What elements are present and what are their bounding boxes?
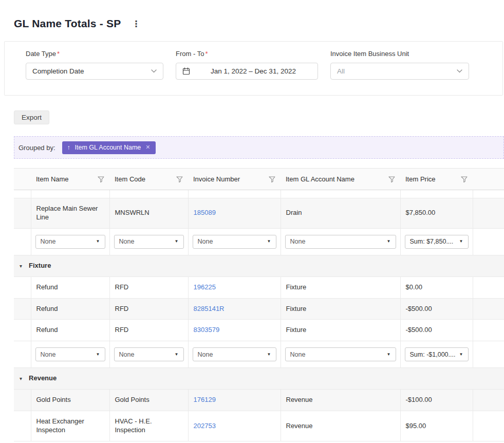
agg-select-item-price-sum[interactable]: Sum: -$1,000....▼ <box>405 347 469 361</box>
table-row: Replace Main Sewer Line MNSWRLN 185089 D… <box>14 198 504 229</box>
column-header-item-name[interactable]: Item Name <box>31 169 109 190</box>
item-name-cell: Replace Main Sewer Line <box>31 198 109 229</box>
gl-account-name-cell: Revenue <box>281 411 400 441</box>
table-row: Heat Exchanger Inspecton HVAC - H.E. Ins… <box>14 411 504 441</box>
invoice-link[interactable]: 196225 <box>194 283 216 291</box>
agg-select-gl-account-name[interactable]: None▼ <box>285 235 396 249</box>
overflow-cell <box>473 228 504 255</box>
date-type-value: Completion Date <box>32 67 84 75</box>
invoice-link[interactable]: 185089 <box>194 209 216 216</box>
overflow-column-header <box>473 169 504 190</box>
select-caret-icon: ▼ <box>267 352 271 357</box>
invoice-link[interactable]: 202753 <box>194 422 216 430</box>
item-code-cell: HVAC - H.E. Inspection <box>109 411 188 441</box>
collapse-caret-icon[interactable]: ▾ <box>20 263 22 269</box>
group-header-row[interactable]: ▾Fixture <box>14 255 504 276</box>
group-name: Revenue <box>29 374 57 382</box>
item-code-cell: MNSWRLN <box>109 198 188 229</box>
date-type-label-text: Date Type <box>26 50 56 58</box>
select-caret-icon: ▼ <box>175 352 179 357</box>
agg-select-gl-account-name[interactable]: None▼ <box>285 347 396 361</box>
chip-close-icon[interactable]: ✕ <box>145 144 150 151</box>
group-header-row[interactable]: ▾Revenue <box>14 368 504 390</box>
expander-cell <box>14 298 31 320</box>
calendar-icon <box>182 67 190 75</box>
grouped-by-label: Grouped by: <box>18 144 55 152</box>
sort-asc-icon[interactable]: ↑ <box>67 144 70 151</box>
required-marker: * <box>205 50 208 58</box>
item-code-cell: Gold Points <box>109 390 188 411</box>
gl-account-name-cell: Fixture <box>281 298 400 320</box>
filter-funnel-icon[interactable] <box>269 176 275 182</box>
table-header-row: Item Name Item Code Invoice Number Item … <box>14 169 504 190</box>
column-label: Item Price <box>405 175 436 183</box>
column-header-item-price[interactable]: Item Price <box>400 169 473 190</box>
item-code-cell: RFD <box>109 298 188 320</box>
select-caret-icon: ▼ <box>459 239 463 244</box>
filter-funnel-icon[interactable] <box>98 176 104 182</box>
chevron-down-icon <box>151 69 157 73</box>
column-header-gl-account-name[interactable]: Item GL Account Name <box>281 169 400 190</box>
table-row: Refund RFD 196225 Fixture $0.00 <box>14 276 504 298</box>
invoice-link[interactable]: 8303579 <box>194 326 220 334</box>
table-row: Gold Points Gold Points 176129 Revenue -… <box>14 390 504 411</box>
gl-account-name-cell: Revenue <box>281 390 400 411</box>
agg-select-item-price-sum[interactable]: Sum: $7,850....▼ <box>405 235 469 249</box>
overflow-cell <box>473 298 504 320</box>
select-caret-icon: ▼ <box>96 239 100 244</box>
table-row: Refund RFD 8285141R Fixture -$500.00 <box>14 298 504 320</box>
agg-select-value: None <box>198 237 213 246</box>
agg-select-invoice-number[interactable]: None▼ <box>193 347 276 361</box>
filter-funnel-icon[interactable] <box>461 176 468 182</box>
collapse-caret-icon[interactable]: ▾ <box>20 376 22 381</box>
item-name-cell: Refund <box>31 298 109 320</box>
required-marker: * <box>57 50 60 58</box>
export-button[interactable]: Export <box>14 110 49 124</box>
date-type-select[interactable]: Completion Date <box>26 63 163 80</box>
group-chip[interactable]: ↑ Item GL Account Name ✕ <box>62 141 156 154</box>
item-name-cell: Gold Points <box>31 390 109 411</box>
filter-funnel-icon[interactable] <box>388 176 395 182</box>
expander-cell <box>14 228 31 255</box>
filter-funnel-icon[interactable] <box>176 176 183 182</box>
item-name-cell: Refund <box>31 276 109 298</box>
select-caret-icon: ▼ <box>96 352 100 357</box>
invoice-number-cell: 8303579 <box>188 320 281 341</box>
select-caret-icon: ▼ <box>175 239 179 244</box>
kebab-menu-icon[interactable]: ⋮ <box>129 19 143 29</box>
grouped-by-bar: Grouped by: ↑ Item GL Account Name ✕ <box>14 136 504 159</box>
report-table: Item Name Item Code Invoice Number Item … <box>14 168 504 441</box>
item-price-cell: -$500.00 <box>400 298 473 320</box>
gl-account-name-cell: Fixture <box>281 320 400 341</box>
agg-select-item-code[interactable]: None▼ <box>114 347 184 361</box>
item-price-cell: $0.00 <box>400 276 473 298</box>
item-price-cell: -$500.00 <box>400 320 473 341</box>
invoice-number-cell: 8285141R <box>188 298 281 320</box>
agg-select-item-name[interactable]: None▼ <box>35 235 105 249</box>
invoice-link[interactable]: 176129 <box>194 396 216 403</box>
invoice-link[interactable]: 8285141R <box>194 305 225 312</box>
agg-select-value: None <box>41 237 56 246</box>
column-header-item-code[interactable]: Item Code <box>109 169 188 190</box>
expander-cell <box>14 320 31 341</box>
expander-cell <box>14 190 31 198</box>
agg-select-value: None <box>290 350 306 359</box>
agg-select-invoice-number[interactable]: None▼ <box>193 235 276 249</box>
agg-select-item-name[interactable]: None▼ <box>35 347 105 361</box>
item-code-cell: RFD <box>109 320 188 341</box>
item-name-cell: Heat Exchanger Inspecton <box>31 411 109 441</box>
invoice-number-cell: 176129 <box>188 390 281 411</box>
expander-cell <box>14 276 31 298</box>
expander-cell <box>14 198 31 229</box>
date-range-input[interactable]: Jan 1, 2022 – Dec 31, 2022 <box>176 63 318 80</box>
date-type-field: Date Type* Completion Date <box>26 50 163 80</box>
expander-column-header <box>14 169 31 190</box>
gl-account-name-cell: Fixture <box>281 276 400 298</box>
overflow-cell <box>473 320 504 341</box>
invoice-number-cell: 202753 <box>188 411 281 441</box>
business-unit-select[interactable]: All <box>330 63 469 80</box>
from-to-field: From - To* Jan 1, 2022 – Dec 31, 2022 <box>176 50 318 80</box>
agg-select-item-code[interactable]: None▼ <box>114 235 184 249</box>
column-header-invoice-number[interactable]: Invoice Number <box>188 169 281 190</box>
item-price-cell: -$100.00 <box>400 390 473 411</box>
